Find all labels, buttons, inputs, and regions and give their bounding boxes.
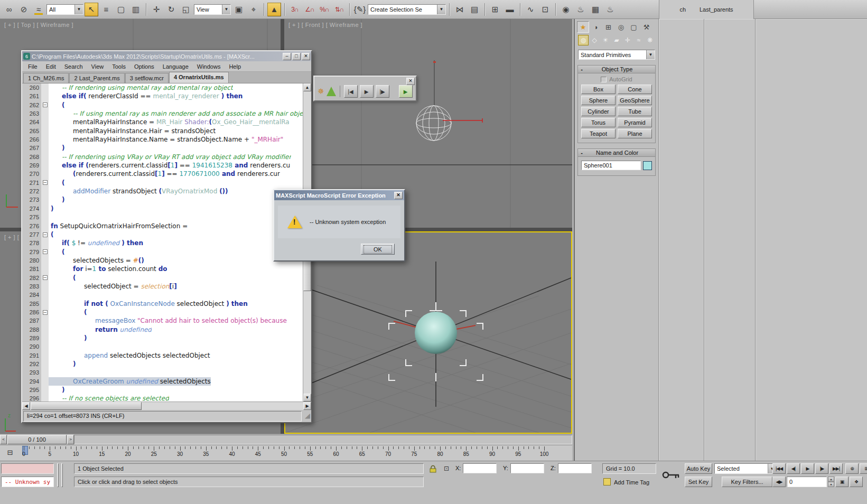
key-mode-toggle[interactable]: ◀▶ [772,477,786,487]
macro-recorder-field[interactable] [1,463,54,474]
code-line-293[interactable]: 293 [22,368,303,377]
name-color-rollout-header[interactable]: - Name and Color [578,149,655,157]
editor-title-bar[interactable]: 6 C:\Program Files\Autodesk\3ds Max 2012… [22,51,311,61]
code-line-288[interactable]: 288return undefined [22,325,303,334]
select-object-icon[interactable]: ↖ [85,3,98,16]
code-line-274[interactable]: 274) [22,204,303,213]
named-selection-sets-dropdown[interactable]: Create Selection Se▼ [368,4,446,15]
cameras-icon[interactable]: ▰ [611,35,622,45]
scroll-down-icon[interactable]: ▼ [303,394,311,402]
rectangular-selection-region-icon[interactable]: ▢ [114,3,128,16]
geosphere-button[interactable]: GeoSphere [618,96,652,105]
shapes-icon[interactable]: ◇ [589,35,600,45]
unlink-selection-icon[interactable]: ⊘ [17,3,31,16]
systems-icon[interactable]: ❋ [645,35,655,45]
chevron-down-icon[interactable]: ▼ [646,50,655,59]
code-line-287[interactable]: 287messageBox "Cannot add hair to select… [22,316,303,325]
code-line-267[interactable]: 267) [22,144,303,152]
plane-button[interactable]: Plane [618,129,652,138]
custom-script-button-last_parents[interactable]: Last_parents [694,5,739,14]
go-to-end-button[interactable]: ▶▶| [829,463,843,474]
close-icon[interactable]: ✕ [394,192,403,199]
hierarchy-tab[interactable]: ⊞ [602,21,614,33]
snap-toggle-3d-icon[interactable]: 3∩ [288,3,302,16]
editor-tab-3[interactable]: 3 setflow.mcr [125,73,169,83]
splitter-handle[interactable] [57,463,59,487]
code-line-272[interactable]: 272addModifier strandsObject (VRayOrnatr… [22,187,303,195]
selection-filter-dropdown[interactable]: All▼ [46,4,83,15]
layer-manager-icon[interactable]: ⊞ [488,3,502,16]
modify-tab[interactable]: ◑ [590,21,602,33]
tube-button[interactable]: Tube [618,107,652,116]
primitive-category-dropdown[interactable]: Standard Primitives ▼ [578,50,655,60]
menu-search[interactable]: Search [61,62,87,71]
reference-coordinate-dropdown[interactable]: View▼ [194,4,231,15]
bind-to-space-warp-icon[interactable]: ≈ [32,3,45,16]
render-production-icon[interactable]: ♨ [603,3,617,16]
fold-toggle-icon[interactable]: − [43,249,48,254]
scrollbar-thumb[interactable] [31,402,142,410]
motion-tab[interactable]: ◎ [615,21,627,33]
close-icon[interactable]: ✕ [406,78,415,85]
code-line-290[interactable]: 290 [22,342,303,351]
code-line-276[interactable]: 276fn SetupQuickOrnatrixHairFromSelectio… [22,222,303,230]
torus-button[interactable]: Torus [581,118,616,127]
cone-button[interactable]: Cone [618,85,652,94]
viewport-top-label[interactable]: [ + ] [ Top ] [ Wireframe ] [4,22,73,28]
ok-button[interactable]: OK [361,244,395,255]
cylinder-button[interactable]: Cylinder [581,107,616,116]
code-line-268[interactable]: 268-- If rendering using VRay or VRay RT… [22,153,303,161]
align-icon[interactable]: ▤ [468,3,481,16]
code-line-261[interactable]: 261else if( rendererClassId == mental_ra… [22,92,303,100]
create-tab[interactable]: ★ [577,21,589,33]
code-line-280[interactable]: 280selectedObjects = #() [22,256,303,265]
menu-file[interactable]: File [24,62,41,71]
menu-options[interactable]: Options [130,62,158,71]
fold-toggle-icon[interactable]: − [43,275,48,280]
select-and-link-icon[interactable]: ∞ [2,3,16,16]
code-line-283[interactable]: 283selectedObject = selection[i] [22,282,303,291]
schematic-view-icon[interactable]: ⊡ [538,3,552,16]
code-line-269[interactable]: 269else if (renderers.current.classid[1]… [22,161,303,170]
menu-view[interactable]: View [88,62,108,71]
collapse-icon[interactable]: - [578,66,585,72]
fold-toggle-icon[interactable]: − [43,310,48,315]
zoom-extents-icon[interactable]: ▣ [835,477,849,487]
material-editor-icon[interactable]: ◉ [559,3,573,16]
select-by-name-icon[interactable]: ≡ [99,3,113,16]
scroll-left-icon[interactable]: ◀ [22,402,30,410]
teapot-button[interactable]: Teapot [581,129,616,138]
character-figure-icon[interactable]: ✵ [318,87,324,96]
angle-snap-icon[interactable]: ∠∩ [303,3,316,16]
close-button[interactable]: ✕ [302,53,310,60]
editor-tab-2[interactable]: 2 Last_Parent.ms [69,73,124,83]
editor-tab-4[interactable]: 4 OrnatrixUtils.ms [169,72,229,83]
pan-icon[interactable]: ❖ [850,477,863,487]
play-button[interactable]: ▶ [801,463,814,474]
display-tab[interactable]: ▢ [628,21,640,33]
resize-grip[interactable]: ◢ [302,411,310,422]
utilities-tab[interactable]: ⚒ [640,21,652,33]
fold-toggle-icon[interactable]: − [43,180,48,185]
code-line-282[interactable]: 282−( [22,274,303,282]
set-keys-icon[interactable] [661,465,680,484]
open-mini-curve-editor-icon[interactable]: ⊟ [3,447,17,458]
current-frame-field[interactable]: 0 [787,477,827,487]
selection-lock-icon[interactable] [427,463,439,474]
previous-frame-button[interactable]: ◀| [787,463,800,474]
minimize-button[interactable]: – [283,53,291,60]
menu-help[interactable]: Help [225,62,245,71]
code-line-284[interactable]: 284 [22,291,303,299]
fold-toggle-icon[interactable]: − [43,102,48,107]
viewport-perspective-active[interactable] [284,231,572,434]
previous-frame-icon[interactable]: < [0,435,7,444]
scroll-up-icon[interactable]: ▲ [303,83,311,91]
set-key-button[interactable]: Set Key [685,477,712,487]
editor-tab-1[interactable]: 1 Ch_M26.ms [23,73,69,83]
y-coordinate-field[interactable] [510,463,544,473]
object-color-swatch[interactable] [643,161,652,170]
select-and-scale-icon[interactable]: ◱ [179,3,193,16]
time-slider-value[interactable]: 0 / 100 [7,435,67,444]
curve-editor-icon[interactable]: ∿ [524,3,537,16]
selection-set-dropdown[interactable]: Selected ▼ [714,463,777,474]
